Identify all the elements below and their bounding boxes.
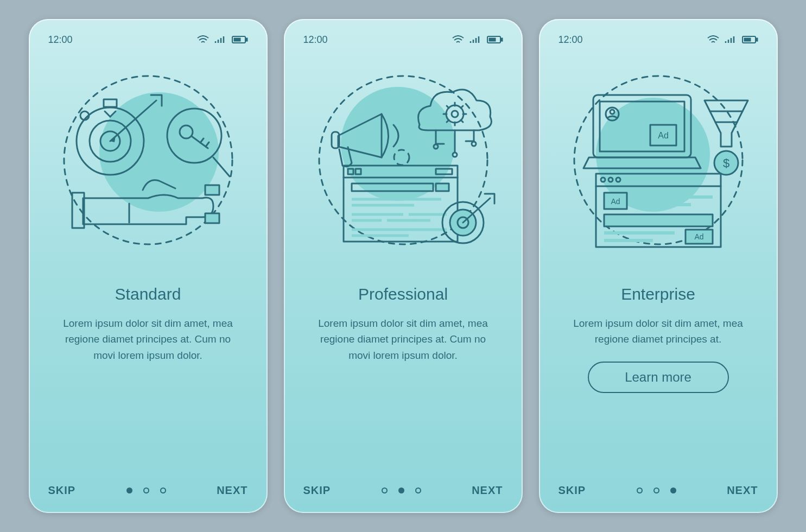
illustration-standard xyxy=(48,57,248,263)
wifi-icon xyxy=(452,35,464,44)
onboarding-screen-professional: 12:00 xyxy=(284,19,523,513)
signal-icon xyxy=(469,35,481,44)
dot-2[interactable] xyxy=(653,487,659,493)
svg-rect-1 xyxy=(246,38,247,41)
svg-line-38 xyxy=(461,106,463,108)
onboarding-nav: SKIP NEXT xyxy=(48,484,248,497)
dot-3[interactable] xyxy=(415,487,421,493)
screen-description: Lorem ipsum dolor sit dim amet, mea regi… xyxy=(303,315,503,363)
svg-point-45 xyxy=(472,142,476,146)
svg-point-43 xyxy=(453,153,457,157)
svg-rect-25 xyxy=(501,38,503,41)
status-bar: 12:00 xyxy=(303,33,503,46)
svg-line-37 xyxy=(461,120,463,122)
svg-rect-22 xyxy=(205,213,219,223)
screen-description: Lorem ipsum dolor sit dim amet, mea regi… xyxy=(559,315,758,347)
status-icons xyxy=(452,35,503,44)
dot-2[interactable] xyxy=(143,487,149,493)
status-icons xyxy=(707,35,758,44)
page-dots xyxy=(637,487,676,493)
dot-1[interactable] xyxy=(382,487,388,493)
svg-text:Ad: Ad xyxy=(658,131,669,140)
wifi-icon xyxy=(707,35,719,44)
svg-rect-70 xyxy=(744,38,751,41)
onboarding-screen-enterprise: 12:00 Ad xyxy=(539,19,778,513)
svg-rect-21 xyxy=(205,185,219,195)
svg-point-76 xyxy=(610,110,614,114)
svg-line-36 xyxy=(447,106,449,108)
signal-icon xyxy=(725,35,737,44)
skip-button[interactable]: SKIP xyxy=(48,484,76,497)
dot-3[interactable] xyxy=(670,487,676,493)
screen-description: Lorem ipsum dolor sit dim amet, mea regi… xyxy=(48,315,248,363)
skip-button[interactable]: SKIP xyxy=(559,484,586,497)
svg-rect-8 xyxy=(104,99,117,107)
skip-button[interactable]: SKIP xyxy=(303,484,331,497)
status-icons xyxy=(197,35,248,44)
next-button[interactable]: NEXT xyxy=(472,484,503,497)
dot-3[interactable] xyxy=(160,487,166,493)
next-button[interactable]: NEXT xyxy=(727,484,758,497)
illustration-enterprise: Ad $ Ad xyxy=(559,57,758,263)
svg-text:$: $ xyxy=(722,156,729,170)
battery-icon xyxy=(742,35,758,44)
svg-rect-97 xyxy=(604,214,713,226)
svg-line-10 xyxy=(105,111,110,117)
svg-rect-26 xyxy=(489,38,496,41)
status-time: 12:00 xyxy=(559,34,583,46)
next-button[interactable]: NEXT xyxy=(217,484,247,497)
signal-icon xyxy=(214,35,226,44)
page-dots xyxy=(382,487,421,493)
onboarding-screen-standard: 12:00 xyxy=(29,19,268,513)
dot-1[interactable] xyxy=(126,487,132,493)
screen-title: Standard xyxy=(48,285,248,303)
status-time: 12:00 xyxy=(303,34,328,46)
svg-text:Ad: Ad xyxy=(611,197,620,206)
onboarding-nav: SKIP NEXT xyxy=(559,484,758,497)
svg-text:Ad: Ad xyxy=(694,232,703,241)
battery-icon xyxy=(487,35,503,44)
page-dots xyxy=(126,487,166,493)
svg-rect-55 xyxy=(436,183,449,191)
svg-rect-2 xyxy=(234,38,240,41)
battery-icon xyxy=(232,35,248,44)
funnel-coin-icon: $ xyxy=(705,100,748,175)
status-bar: 12:00 xyxy=(48,33,248,46)
svg-rect-69 xyxy=(756,38,758,41)
screen-title: Professional xyxy=(303,285,503,303)
onboarding-nav: SKIP NEXT xyxy=(303,484,503,497)
target-arrow-icon xyxy=(442,194,494,243)
wifi-icon xyxy=(197,35,209,44)
illustration-professional xyxy=(303,57,503,263)
dot-1[interactable] xyxy=(637,487,643,493)
status-time: 12:00 xyxy=(48,34,73,46)
browser-search-icon xyxy=(344,166,458,242)
status-bar: 12:00 xyxy=(559,33,758,46)
dot-2[interactable] xyxy=(398,487,404,493)
svg-point-31 xyxy=(452,111,458,117)
learn-more-button[interactable]: Learn more xyxy=(588,362,729,393)
screen-title: Enterprise xyxy=(559,285,758,303)
